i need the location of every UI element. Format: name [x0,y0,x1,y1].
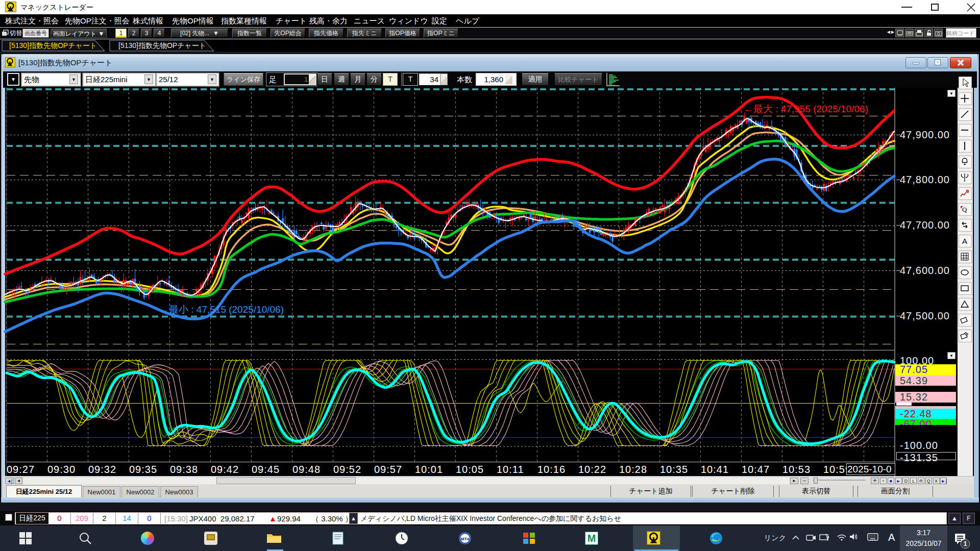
svg-text:Q: Q [962,206,967,213]
svg-text:MT4: MT4 [461,537,470,541]
svg-text:←最小 : 47,515 (2025/10/06): ←最小 : 47,515 (2025/10/06) [159,304,284,315]
svg-text:A: A [962,237,967,245]
svg-text:1: 1 [964,540,967,547]
svg-text:←最大 : 47,955 (2025/10/06): ←最大 : 47,955 (2025/10/06) [744,104,868,114]
